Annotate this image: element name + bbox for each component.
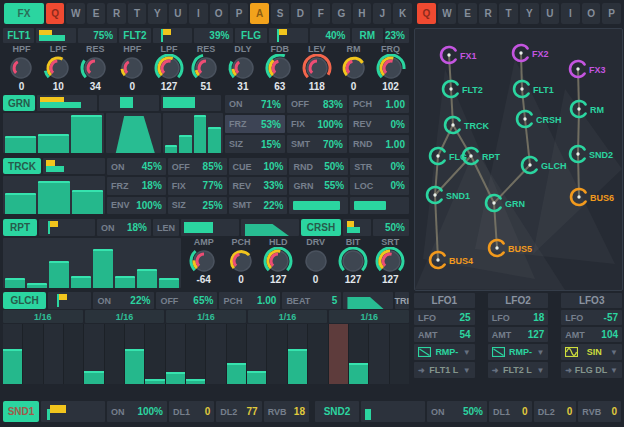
snd2-button[interactable]: SND2 xyxy=(315,401,359,422)
param-cell-grn[interactable]: GRN55% xyxy=(289,177,348,194)
fx-pct-flt2[interactable]: 39% xyxy=(194,28,233,43)
tab-t[interactable]: T xyxy=(499,3,518,24)
param-cell-str[interactable]: STR0% xyxy=(350,158,409,175)
param-cell-siz[interactable]: SIZ25% xyxy=(168,197,227,214)
snd1-button[interactable]: SND1 xyxy=(3,401,39,422)
knob-hpf[interactable]: HPF0 xyxy=(114,45,151,92)
tab-w[interactable]: W xyxy=(66,3,84,24)
rpt-envelope[interactable] xyxy=(241,219,299,236)
value-bar[interactable] xyxy=(49,261,69,289)
snd1-dl2-cell[interactable]: DL277 xyxy=(216,401,261,422)
glch-on-cell[interactable]: ON22% xyxy=(93,292,154,309)
value-bar[interactable] xyxy=(72,190,103,214)
node-fx2[interactable]: FX2 xyxy=(513,45,548,61)
param-cell-fix[interactable]: FIX100% xyxy=(287,115,347,133)
step-rate-label[interactable]: 1/16 xyxy=(85,310,165,323)
glch-beat-cell[interactable]: BEAT5 xyxy=(282,292,341,309)
level-bar-cell[interactable] xyxy=(289,197,348,214)
snd1-on-cell[interactable]: ON100% xyxy=(107,401,167,422)
tab-y[interactable]: Y xyxy=(148,3,166,24)
param-cell-smt[interactable]: SMT70% xyxy=(287,135,347,153)
tab-u[interactable]: U xyxy=(541,3,560,24)
step-rate-label[interactable]: 1/16 xyxy=(329,310,409,323)
step-column[interactable] xyxy=(145,324,164,384)
knob-dly[interactable]: DLY31 xyxy=(224,45,261,92)
param-cell-rev[interactable]: REV33% xyxy=(229,177,288,194)
value-bar[interactable] xyxy=(38,134,69,153)
level-bar-cell[interactable] xyxy=(350,197,409,214)
value-bar[interactable] xyxy=(71,115,102,153)
tab-f[interactable]: F xyxy=(312,3,330,24)
glch-pch-cell[interactable]: PCH1.00 xyxy=(219,292,280,309)
step-rate-label[interactable]: 1/16 xyxy=(248,310,328,323)
value-bar[interactable] xyxy=(5,193,36,214)
value-bar[interactable] xyxy=(137,269,157,288)
value-bar[interactable] xyxy=(27,283,47,288)
step-column[interactable] xyxy=(390,324,409,384)
snd2-dl2-cell[interactable]: DL20 xyxy=(534,401,577,422)
step-column[interactable] xyxy=(206,324,225,384)
value-bar[interactable] xyxy=(115,276,135,289)
knob-amp[interactable]: AMP-64 xyxy=(185,238,222,288)
rpt-len-bar[interactable] xyxy=(181,219,239,236)
tab-a[interactable]: A xyxy=(250,3,268,24)
glch-button[interactable]: GLCH xyxy=(3,292,46,309)
step-column[interactable] xyxy=(166,324,185,384)
rpt-button[interactable]: RPT xyxy=(3,219,37,236)
param-cell-rnd[interactable]: RND1.00 xyxy=(349,135,409,153)
snd2-on-cell[interactable]: ON50% xyxy=(427,401,487,422)
tab-p[interactable]: P xyxy=(602,3,621,24)
param-cell-loc[interactable]: LOC0% xyxy=(350,177,409,194)
value-bar[interactable] xyxy=(208,127,221,153)
knob-res[interactable]: RES34 xyxy=(77,45,114,92)
knob-res[interactable]: RES51 xyxy=(188,45,225,92)
step-column[interactable] xyxy=(105,324,124,384)
param-cell-cue[interactable]: CUE10% xyxy=(229,158,288,175)
grn-pos-display[interactable] xyxy=(99,95,159,111)
step-column[interactable] xyxy=(64,324,83,384)
knob-srt[interactable]: SRT127 xyxy=(372,238,409,288)
lfo-wave-select[interactable]: SIN▼ xyxy=(561,344,622,360)
step-column[interactable] xyxy=(125,324,144,384)
lfo-target-select[interactable]: ➜FLT1 L▼ xyxy=(414,362,475,378)
fx-name-rm[interactable]: RM xyxy=(352,28,383,43)
tab-t[interactable]: T xyxy=(128,3,146,24)
lfo-target-select[interactable]: ➜FLT2 L▼ xyxy=(488,362,549,378)
step-column[interactable] xyxy=(23,324,42,384)
tab-q[interactable]: Q xyxy=(417,3,436,24)
param-cell-off[interactable]: OFF83% xyxy=(287,95,347,113)
snd2-mini-display[interactable] xyxy=(361,401,425,422)
crsh-pct-cell[interactable]: 50% xyxy=(373,219,409,236)
param-cell-rnd[interactable]: RND50% xyxy=(289,158,348,175)
glch-envelope[interactable] xyxy=(343,292,392,309)
tab-s[interactable]: S xyxy=(271,3,289,24)
lfo-amt-cell[interactable]: AMT104 xyxy=(561,327,622,342)
crsh-mini-display[interactable] xyxy=(343,219,371,236)
grn-envelope[interactable] xyxy=(106,113,160,153)
trck-mini-display[interactable] xyxy=(43,158,105,174)
value-bar[interactable] xyxy=(194,115,207,153)
knob-hld[interactable]: HLD127 xyxy=(260,238,297,288)
rpt-on-cell[interactable]: ON 18% xyxy=(97,219,151,236)
knob-drv[interactable]: DRV0 xyxy=(297,238,334,288)
snd1-dl1-cell[interactable]: DL10 xyxy=(169,401,214,422)
lfo-amt-cell[interactable]: AMT127 xyxy=(488,327,549,342)
value-bar[interactable] xyxy=(5,136,36,153)
glch-off-cell[interactable]: OFF65% xyxy=(156,292,217,309)
tab-i[interactable]: I xyxy=(561,3,580,24)
snd1-flag-display[interactable] xyxy=(41,401,105,422)
step-column[interactable] xyxy=(369,324,388,384)
lfo-amt-cell[interactable]: AMT54 xyxy=(414,327,475,342)
value-bar[interactable] xyxy=(38,181,69,214)
tab-j[interactable]: J xyxy=(373,3,391,24)
knob-hpf[interactable]: HPF0 xyxy=(3,45,40,92)
param-cell-rev[interactable]: REV0% xyxy=(349,115,409,133)
fx-mini-display-flt2[interactable] xyxy=(153,28,192,43)
knob-lpf[interactable]: LPF10 xyxy=(40,45,77,92)
tab-h[interactable]: H xyxy=(353,3,371,24)
step-rate-label[interactable]: 1/16 xyxy=(3,310,83,323)
tab-k[interactable]: K xyxy=(393,3,411,24)
tab-e[interactable]: E xyxy=(458,3,477,24)
step-rate-label[interactable]: 1/16 xyxy=(166,310,246,323)
step-column[interactable] xyxy=(308,324,327,384)
